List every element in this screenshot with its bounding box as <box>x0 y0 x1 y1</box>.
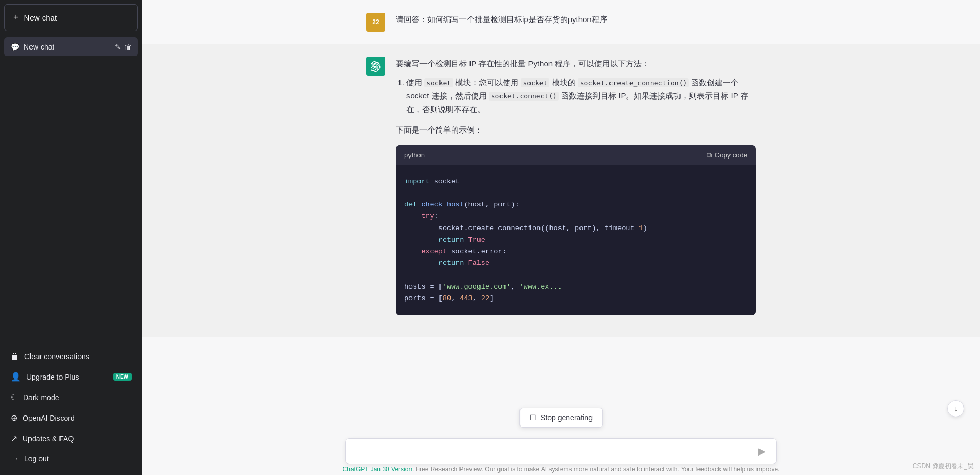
new-chat-button[interactable]: + New chat <box>4 4 138 31</box>
logout-icon: → <box>11 454 19 463</box>
chat-history: 💬 New chat ✎ 🗑 <box>0 35 142 338</box>
plus-icon: + <box>13 12 19 23</box>
chat-history-item[interactable]: 💬 New chat ✎ 🗑 <box>4 37 138 56</box>
discord-label: OpenAI Discord <box>23 414 75 422</box>
logout-label: Log out <box>24 454 49 463</box>
stop-generating-container: ☐ Stop generating <box>519 408 603 428</box>
external-link-icon: ↗ <box>11 433 17 443</box>
sidebar-divider <box>4 341 138 341</box>
scroll-down-button[interactable]: ↓ <box>947 400 964 417</box>
inline-code-2: socket <box>521 78 549 87</box>
ai-list: 使用 socket 模块：您可以使用 socket 模块的 socket.cre… <box>396 76 756 116</box>
stop-generating-button[interactable]: ☐ Stop generating <box>519 408 603 428</box>
chat-history-item-label: New chat <box>24 43 54 51</box>
code-line: return False <box>404 258 747 269</box>
user-message-inner: 22 请回答：如何编写一个批量检测目标ip是否存货的python程序 <box>345 13 777 32</box>
inline-code-4: socket.connect() <box>489 92 559 101</box>
code-line <box>404 187 747 199</box>
code-line <box>404 270 747 281</box>
sidebar-item-upgrade[interactable]: 👤 Upgrade to Plus NEW <box>4 367 138 387</box>
moon-icon: ☾ <box>11 392 18 402</box>
user-icon: 👤 <box>11 372 21 382</box>
chat-messages: 22 请回答：如何编写一个批量检测目标ip是否存货的python程序 要编写一个… <box>142 0 980 475</box>
new-chat-label: New chat <box>24 13 57 22</box>
sidebar-item-clear[interactable]: 🗑 Clear conversations <box>4 347 138 367</box>
stop-icon: ☐ <box>529 413 536 422</box>
trash-icon: 🗑 <box>11 352 19 361</box>
edit-icon[interactable]: ✎ <box>115 43 121 51</box>
code-block-header: python ⧉ Copy code <box>396 145 756 165</box>
ai-message-content: 要编写一个检测目标 IP 存在性的批量 Python 程序，可以使用以下方法： … <box>396 57 756 324</box>
main-content: 22 请回答：如何编写一个批量检测目标ip是否存货的python程序 要编写一个… <box>142 0 980 475</box>
code-line: import socket <box>404 176 747 187</box>
sidebar: + New chat 💬 New chat ✎ 🗑 🗑 Clear conver… <box>0 0 142 475</box>
code-lang-label: python <box>404 150 425 161</box>
discord-icon: ⊕ <box>11 413 17 423</box>
send-button[interactable]: ▶ <box>756 446 768 457</box>
ai-intro-text: 要编写一个检测目标 IP 存在性的批量 Python 程序，可以使用以下方法： <box>396 57 756 71</box>
darkmode-label: Dark mode <box>23 393 59 402</box>
ai-list-item-1: 使用 socket 模块：您可以使用 socket 模块的 socket.cre… <box>406 76 756 116</box>
sidebar-item-faq[interactable]: ↗ Updates & FAQ <box>4 428 138 449</box>
footer-text: . Free Research Preview. Our goal is to … <box>412 466 779 473</box>
input-box: ▶ <box>345 438 777 464</box>
inline-code-3: socket.create_connection() <box>578 78 689 87</box>
new-badge: NEW <box>113 373 132 381</box>
code-line: def check_host(host, port): <box>404 199 747 211</box>
code-block: python ⧉ Copy code import socket def che… <box>396 145 756 315</box>
code-line: return True <box>404 234 747 246</box>
footer-link[interactable]: ChatGPT Jan 30 Version <box>343 466 413 473</box>
sidebar-item-discord[interactable]: ⊕ OpenAI Discord <box>4 408 138 428</box>
user-message-row: 22 请回答：如何编写一个批量检测目标ip是否存货的python程序 <box>142 0 980 44</box>
sidebar-item-logout[interactable]: → Log out <box>4 449 138 469</box>
clear-conversations-label: Clear conversations <box>24 352 89 361</box>
copy-icon: ⧉ <box>707 151 712 160</box>
chat-input[interactable] <box>354 445 756 458</box>
ai-message-inner: 要编写一个检测目标 IP 存在性的批量 Python 程序，可以使用以下方法： … <box>345 57 777 324</box>
code-line: hosts = ['www.google.com', 'www.ex... <box>404 281 747 293</box>
code-line: except socket.error: <box>404 246 747 258</box>
watermark: CSDN @夏初春未_昊 <box>913 462 974 471</box>
code-line: try: <box>404 211 747 222</box>
chat-history-item-actions: ✎ 🗑 <box>115 43 132 51</box>
faq-label: Updates & FAQ <box>23 434 74 443</box>
inline-code-1: socket <box>424 78 453 87</box>
delete-icon[interactable]: 🗑 <box>124 43 132 51</box>
upgrade-label: Upgrade to Plus <box>26 373 79 381</box>
code-line: socket.create_connection((host, port), t… <box>404 223 747 234</box>
sidebar-footer: 🗑 Clear conversations 👤 Upgrade to Plus … <box>0 344 142 475</box>
sidebar-item-darkmode[interactable]: ☾ Dark mode <box>4 387 138 408</box>
ai-avatar <box>366 57 385 76</box>
copy-code-label: Copy code <box>715 151 747 159</box>
user-message-content: 请回答：如何编写一个批量检测目标ip是否存货的python程序 <box>396 13 756 32</box>
ai-below-text: 下面是一个简单的示例： <box>396 123 756 137</box>
chat-icon: 💬 <box>11 43 19 51</box>
code-fade-overlay <box>396 294 756 315</box>
code-block-body: import socket def check_host(host, port)… <box>396 165 756 315</box>
stop-generating-label: Stop generating <box>541 413 593 422</box>
ai-message-row: 要编写一个检测目标 IP 存在性的批量 Python 程序，可以使用以下方法： … <box>142 44 980 337</box>
chat-history-item-left: 💬 New chat <box>11 43 109 51</box>
footer-note: ChatGPT Jan 30 Version. Free Research Pr… <box>142 462 980 475</box>
user-message-text: 请回答：如何编写一个批量检测目标ip是否存货的python程序 <box>396 13 756 26</box>
copy-code-button[interactable]: ⧉ Copy code <box>707 151 747 160</box>
user-avatar: 22 <box>366 13 385 32</box>
openai-logo-icon <box>371 61 381 72</box>
